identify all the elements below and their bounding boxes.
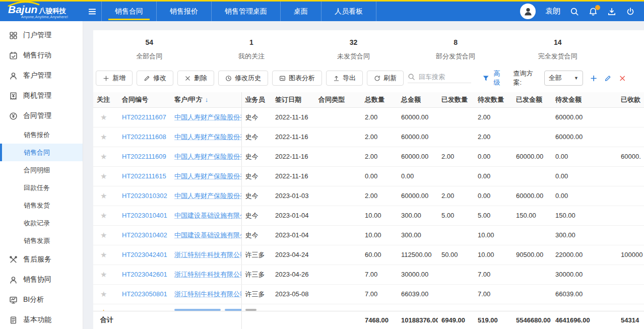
sidebar-item[interactable]: 销售行动 [0,45,83,65]
edit-scheme-button[interactable] [604,75,611,82]
contract-number-link[interactable]: HT2022111609 [122,153,166,160]
sidebar-item[interactable]: 售后服务 [0,249,83,270]
refresh-button[interactable]: 刷新 [367,71,404,86]
contract-number-link[interactable]: HT2022111608 [122,133,166,141]
add-scheme-button[interactable] [590,75,597,82]
nav-tab[interactable]: 人员看板 [321,2,376,21]
table-row[interactable]: ★HT2023010401中国建设基础设施有限公司史今2023-01-0410.… [93,206,644,225]
customer-link[interactable]: 中国人寿财产保险股份有... [174,172,241,180]
col-header-customer[interactable]: 客户/甲方↓ [171,92,241,107]
sidebar-item[interactable]: 合同管理 [0,106,83,126]
stat-filter[interactable]: 14完全发货合同 [506,38,609,61]
col-header-pending_amount[interactable]: 待发金额 [552,92,617,107]
customer-link[interactable]: 中国人寿财产保险股份有... [174,153,241,160]
customer-link[interactable]: 中国人寿财产保险股份有... [174,133,241,141]
table-row[interactable]: ★HT2022111607中国人寿财产保险股份有...史今2022-11-162… [93,107,644,127]
favorite-star-icon[interactable]: ★ [100,133,107,141]
contract-number-link[interactable]: HT2022111615 [122,172,166,180]
stat-filter[interactable]: 54全部合同 [98,38,201,61]
col-header-total_amount[interactable]: 总金额 [398,92,438,107]
add-button[interactable]: 新增 [96,71,133,86]
stat-filter[interactable]: 8部分发货合同 [405,38,507,61]
favorite-star-icon[interactable]: ★ [100,231,107,239]
customer-link[interactable]: 中国人寿财产保险股份有... [174,192,241,200]
edit-button[interactable]: 修改 [137,71,173,86]
favorite-star-icon[interactable]: ★ [100,152,107,161]
col-header-salesperson[interactable]: 业务员 [241,92,272,107]
contract-number-link[interactable]: HT2023010402 [122,231,167,239]
nav-tab[interactable]: 销售管理桌面 [211,2,280,21]
favorite-star-icon[interactable]: ★ [100,172,107,180]
avatar[interactable] [520,4,536,19]
sidebar-subitem[interactable]: 收款记录 [0,214,83,232]
contract-number-link[interactable]: HT2023050801 [122,290,167,298]
col-header-shipped_qty[interactable]: 已发数量 [438,92,474,107]
search-icon[interactable] [570,7,579,16]
advanced-search-link[interactable]: 高级 [494,69,506,87]
contract-number-link[interactable]: HT2023010302 [122,192,167,200]
col-header-pending_qty[interactable]: 待发数量 [474,92,512,107]
nav-tab[interactable]: 销售报价 [156,2,211,21]
user-name[interactable]: 袁朗 [545,7,560,16]
sidebar-item[interactable]: 商机管理 [0,86,83,106]
export-button[interactable]: 导出 [326,71,363,86]
search-box[interactable] [408,73,471,83]
col-header-sign_date[interactable]: 签订日期 [272,92,315,107]
col-header-type[interactable]: 合同类型 [315,92,361,107]
search-input[interactable] [419,73,469,81]
col-header-shipped_amount[interactable]: 已发金额 [512,92,552,107]
customer-link[interactable]: 中国人寿财产保险股份有... [174,113,241,121]
query-scheme-select[interactable]: 全部 ▼ [544,71,583,86]
col-header-fav[interactable]: 关注 [93,92,118,107]
favorite-star-icon[interactable]: ★ [100,191,107,200]
stat-filter[interactable]: 32未发货合同 [302,38,405,61]
sidebar-item[interactable]: 门户管理 [0,25,83,45]
table-row[interactable]: ★HT2023010302中国人寿财产保险股份有...史今2023-01-032… [93,186,644,206]
sort-desc-icon[interactable]: ↓ [205,96,209,103]
contract-number-link[interactable]: HT2022111607 [122,113,166,121]
table-row[interactable]: ★HT2023042601浙江特别牛科技有限公司许三多2023-04-267.0… [93,265,644,284]
favorite-star-icon[interactable]: ★ [100,211,107,220]
chart-analysis-button[interactable]: 图表分析 [272,71,322,86]
table-row[interactable]: ★HT2022111608中国人寿财产保险股份有...史今2022-11-162… [93,127,644,147]
contract-number-link[interactable]: HT2023010401 [122,212,167,219]
customer-link[interactable]: 中国建设基础设施有限公司 [174,231,241,239]
sidebar-subitem[interactable]: 销售报价 [0,126,83,144]
sidebar-subitem[interactable]: 销售发票 [0,232,83,249]
sidebar-subitem[interactable]: 回款任务 [0,179,83,196]
sidebar-item[interactable]: 销售协同 [0,270,83,290]
col-header-received[interactable]: 已收款 [617,92,644,107]
sidebar-subitem[interactable]: 销售合同 [0,144,83,161]
customer-link[interactable]: 浙江特别牛科技有限公司 [174,271,241,278]
history-button[interactable]: 修改历史 [218,71,268,86]
col-header-total_qty[interactable]: 总数量 [361,92,398,107]
sidebar-item[interactable]: 客户管理 [0,65,83,86]
col-header-no[interactable]: 合同编号 [118,92,171,107]
contract-number-link[interactable]: HT2023042601 [122,271,167,278]
contract-number-link[interactable]: HT2023042401 [122,251,167,258]
table-row[interactable]: ★HT2023010402中国建设基础设施有限公司史今2023-01-0410.… [93,225,644,245]
delete-scheme-button[interactable] [619,75,626,82]
favorite-star-icon[interactable]: ★ [100,290,107,298]
customer-link[interactable]: 浙江特别牛科技有限公司 [174,251,241,258]
table-row-clipped[interactable]: ★ [93,304,644,311]
sidebar-subitem[interactable]: 销售发货 [0,196,83,214]
download-icon[interactable] [607,7,616,16]
table-row[interactable]: ★HT2022111615中国人寿财产保险股份有...史今2022-11-160… [93,166,644,186]
delete-button[interactable]: 删除 [177,71,214,86]
favorite-star-icon[interactable]: ★ [100,250,107,259]
nav-tab[interactable]: 桌面 [280,2,321,21]
table-row[interactable]: ★HT2023050801浙江特别牛科技有限公司许三多2023-05-087.0… [93,284,644,304]
table-row[interactable]: ★HT2022111609中国人寿财产保险股份有...史今2022-11-162… [93,147,644,166]
notifications-button[interactable] [589,7,598,16]
customer-link[interactable]: 浙江特别牛科技有限公司 [174,290,241,298]
favorite-star-icon[interactable]: ★ [100,270,107,279]
nav-tab[interactable]: 销售合同 [101,2,156,21]
sidebar-item[interactable]: BI分析 [0,290,83,310]
table-row[interactable]: ★HT2023042401浙江特别牛科技有限公司许三多2023-04-2460.… [93,245,644,265]
customer-link[interactable]: 中国建设基础设施有限公司 [174,212,241,219]
collapse-menu-button[interactable] [83,2,101,21]
sidebar-subitem[interactable]: 合同明细 [0,161,83,179]
filter-icon[interactable] [482,75,489,82]
power-icon[interactable] [626,7,635,16]
